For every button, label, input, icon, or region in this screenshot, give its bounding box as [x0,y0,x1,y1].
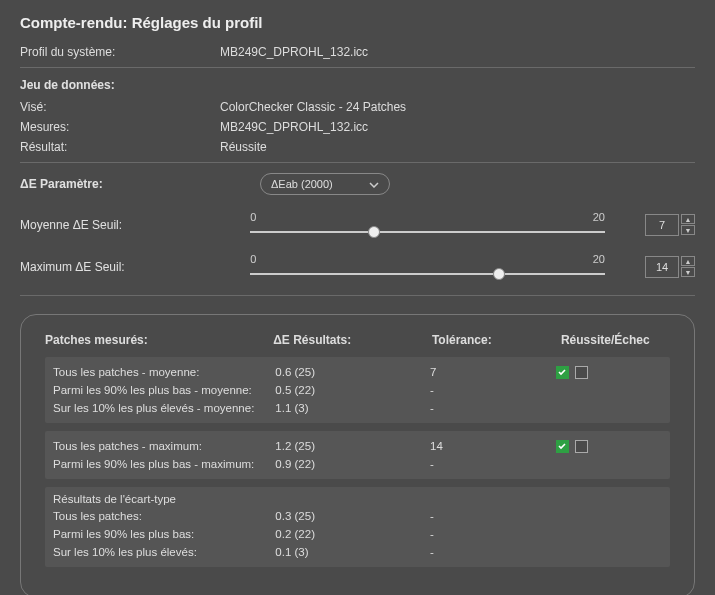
de-param-selected: ΔEab (2000) [271,178,333,190]
stepper-down-icon[interactable]: ▼ [681,267,695,277]
max-threshold-label: Maximum ΔE Seuil: [20,260,212,274]
pass-checkbox[interactable] [556,366,569,379]
fail-checkbox[interactable] [575,440,588,453]
slider-min: 0 [250,253,256,265]
row-label: Sur les 10% les plus élevés - moyenne: [53,402,275,414]
row-tol: 7 [430,366,556,378]
fail-checkbox[interactable] [575,366,588,379]
avg-threshold-value[interactable]: 7 [645,214,679,236]
row-label: Parmi les 90% les plus bas - maximum: [53,458,275,470]
stddev-header: Résultats de l'écart-type [53,493,662,505]
row-tol: - [430,384,556,396]
row-tol: - [430,528,556,540]
group-average: Tous les patches - moyenne: 0.6 (25) 7 P… [45,357,670,423]
row-label: Tous les patches - maximum: [53,440,275,452]
divider [20,295,695,296]
system-profile-value: MB249C_DPROHL_132.icc [220,45,368,59]
row-result: 0.6 (25) [275,366,430,378]
slider-max: 20 [593,211,605,223]
col-results: ΔE Résultats: [273,333,432,347]
dataset-header: Jeu de données: [20,78,695,92]
max-threshold-stepper[interactable]: 14 ▲ ▼ [645,256,695,278]
col-patches: Patches mesurés: [45,333,273,347]
row-tol: - [430,546,556,558]
row-result: 0.2 (22) [275,528,430,540]
row-label: Parmi les 90% les plus bas - moyenne: [53,384,275,396]
target-label: Visé: [20,100,220,114]
row-label: Tous les patches: [53,510,275,522]
row-result: 0.1 (3) [275,546,430,558]
col-tolerance: Tolérance: [432,333,561,347]
measures-label: Mesures: [20,120,220,134]
row-label: Tous les patches - moyenne: [53,366,275,378]
system-profile-label: Profil du système: [20,45,220,59]
slider-max: 20 [593,253,605,265]
row-label: Sur les 10% les plus élevés: [53,546,275,558]
de-param-label: ΔE Paramètre: [20,177,220,191]
stepper-down-icon[interactable]: ▼ [681,225,695,235]
row-tol: - [430,402,556,414]
chevron-down-icon [369,178,379,190]
stepper-up-icon[interactable]: ▲ [681,256,695,266]
max-threshold-slider[interactable] [250,267,605,281]
max-threshold-value[interactable]: 14 [645,256,679,278]
row-label: Parmi les 90% les plus bas: [53,528,275,540]
avg-threshold-label: Moyenne ΔE Seuil: [20,218,212,232]
target-value: ColorChecker Classic - 24 Patches [220,100,406,114]
result-label: Résultat: [20,140,220,154]
stepper-up-icon[interactable]: ▲ [681,214,695,224]
row-result: 0.3 (25) [275,510,430,522]
row-result: 0.5 (22) [275,384,430,396]
divider [20,162,695,163]
result-value: Réussite [220,140,267,154]
avg-threshold-slider[interactable] [250,225,605,239]
row-result: 0.9 (22) [275,458,430,470]
row-result: 1.2 (25) [275,440,430,452]
col-passfail: Réussite/Échec [561,333,670,347]
group-maximum: Tous les patches - maximum: 1.2 (25) 14 … [45,431,670,479]
row-tol: - [430,510,556,522]
de-param-select[interactable]: ΔEab (2000) [260,173,390,195]
group-stddev: Résultats de l'écart-type Tous les patch… [45,487,670,567]
results-panel: Patches mesurés: ΔE Résultats: Tolérance… [20,314,695,595]
row-tol: 14 [430,440,556,452]
measures-value: MB249C_DPROHL_132.icc [220,120,368,134]
divider [20,67,695,68]
slider-min: 0 [250,211,256,223]
pass-checkbox[interactable] [556,440,569,453]
row-result: 1.1 (3) [275,402,430,414]
row-tol: - [430,458,556,470]
page-title: Compte-rendu: Réglages du profil [20,14,695,31]
avg-threshold-stepper[interactable]: 7 ▲ ▼ [645,214,695,236]
